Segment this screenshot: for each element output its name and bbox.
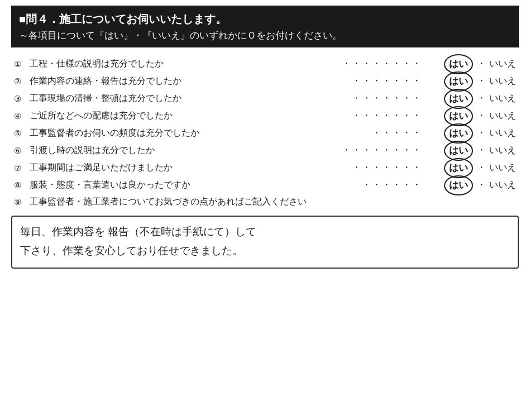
q6-answer: はい ・ いいえ bbox=[427, 144, 516, 157]
q4-separator: ・ bbox=[477, 110, 486, 122]
q6-number: ⑥ bbox=[14, 146, 30, 156]
header-subtitle: ～各項目について『はい』・『いいえ』のいずれかにＯをお付けください。 bbox=[19, 28, 511, 43]
q1-answer: はい ・ いいえ bbox=[427, 58, 516, 70]
q4-answer: はい ・ いいえ bbox=[427, 109, 516, 122]
q5-iie: いいえ bbox=[489, 127, 516, 139]
q4-hai-circle: はい bbox=[443, 109, 474, 122]
q3-iie: いいえ bbox=[489, 93, 516, 104]
q5-answer: はい ・ いいえ bbox=[427, 127, 516, 140]
q5-hai-circle: はい bbox=[443, 127, 474, 140]
q3-separator: ・ bbox=[477, 93, 486, 104]
q8-hai-circle: はい bbox=[443, 179, 474, 192]
header-box: ■問４．施工についてお伺いいたします。 ～各項目について『はい』・『いいえ』のい… bbox=[11, 6, 519, 47]
q6-iie: いいえ bbox=[489, 145, 516, 156]
question-item-2: ② 作業内容の連絡・報告は充分でしたか ・・・・・・・ はい ・ いいえ bbox=[14, 75, 516, 88]
q1-hai-text: はい bbox=[443, 58, 474, 70]
question-item-7: ⑦ 工事期間はご満足いただけましたか ・・・・・・・ はい ・ いいえ bbox=[14, 161, 516, 174]
q1-text: 工程・仕様の説明は充分でしたか bbox=[30, 58, 224, 70]
q7-number: ⑦ bbox=[14, 163, 30, 173]
q1-number: ① bbox=[14, 59, 30, 69]
q2-separator: ・ bbox=[477, 75, 486, 87]
q2-answer: はい ・ いいえ bbox=[427, 75, 516, 88]
q1-hai-circle: はい bbox=[443, 58, 474, 70]
q5-dots: ・・・・・ bbox=[224, 127, 427, 139]
q3-answer: はい ・ いいえ bbox=[427, 92, 516, 105]
q5-number: ⑤ bbox=[14, 128, 30, 139]
question-item-8: ⑧ 服装・態度・言葉遣いは良かったですか ・・・・・・ はい ・ いいえ bbox=[14, 179, 516, 192]
q7-iie: いいえ bbox=[489, 162, 516, 174]
q7-answer: はい ・ いいえ bbox=[427, 161, 516, 174]
q9-number: ⑨ bbox=[14, 197, 30, 207]
q1-separator: ・ bbox=[477, 58, 486, 70]
q8-text: 服装・態度・言葉遣いは良かったですか bbox=[30, 179, 224, 191]
q6-dots: ・・・・・・・・ bbox=[224, 145, 427, 156]
q1-iie: いいえ bbox=[489, 58, 516, 70]
q2-number: ② bbox=[14, 77, 30, 87]
q5-hai-text: はい bbox=[443, 127, 474, 140]
q3-text: 工事現場の清掃・整頓は充分でしたか bbox=[30, 93, 224, 104]
comment-section: 毎日、作業内容を 報告（不在時は手紙にて）して 下さり、作業を安心しており任せで… bbox=[11, 216, 519, 269]
q3-number: ③ bbox=[14, 94, 30, 104]
q7-text: 工事期間はご満足いただけましたか bbox=[30, 162, 224, 174]
q7-hai-text: はい bbox=[443, 161, 474, 174]
questions-list: ① 工程・仕様の説明は充分でしたか ・・・・・・・・ はい ・ いいえ ② 作業… bbox=[11, 58, 519, 208]
question-item-5: ⑤ 工事監督者のお伺いの頻度は充分でしたか ・・・・・ はい ・ いいえ bbox=[14, 127, 516, 140]
question-item-1: ① 工程・仕様の説明は充分でしたか ・・・・・・・・ はい ・ いいえ bbox=[14, 58, 516, 70]
q3-dots: ・・・・・・・ bbox=[224, 93, 427, 104]
question-item-3: ③ 工事現場の清掃・整頓は充分でしたか ・・・・・・・ はい ・ いいえ bbox=[14, 92, 516, 105]
q6-text: 引渡し時の説明は充分でしたか bbox=[30, 145, 224, 156]
q2-iie: いいえ bbox=[489, 75, 516, 87]
q5-text: 工事監督者のお伺いの頻度は充分でしたか bbox=[30, 127, 224, 139]
q2-dots: ・・・・・・・ bbox=[224, 75, 427, 87]
question-item-6: ⑥ 引渡し時の説明は充分でしたか ・・・・・・・・ はい ・ いいえ bbox=[14, 144, 516, 157]
q4-hai-text: はい bbox=[443, 109, 474, 122]
header-title: ■問４．施工についてお伺いいたします。 bbox=[19, 10, 511, 28]
q8-answer: はい ・ いいえ bbox=[427, 179, 516, 192]
q3-hai-text: はい bbox=[443, 92, 474, 105]
q8-separator: ・ bbox=[477, 179, 486, 191]
q1-dots: ・・・・・・・・ bbox=[224, 58, 427, 70]
question-item-4: ④ ご近所などへの配慮は充分でしたか ・・・・・・・ はい ・ いいえ bbox=[14, 109, 516, 122]
q8-dots: ・・・・・・ bbox=[224, 179, 427, 191]
q8-number: ⑧ bbox=[14, 180, 30, 190]
comment-line1: 毎日、作業内容を 報告（不在時は手紙にて）して bbox=[20, 222, 510, 241]
q4-dots: ・・・・・・・ bbox=[224, 110, 427, 122]
comment-line2: 下さり、作業を安心しており任せできました。 bbox=[20, 241, 510, 260]
q8-hai-text: はい bbox=[443, 179, 474, 192]
q4-iie: いいえ bbox=[489, 110, 516, 122]
q7-dots: ・・・・・・・ bbox=[224, 162, 427, 174]
q6-separator: ・ bbox=[477, 145, 486, 156]
comment-box: 毎日、作業内容を 報告（不在時は手紙にて）して 下さり、作業を安心しており任せで… bbox=[11, 216, 519, 269]
q6-hai-circle: はい bbox=[443, 144, 474, 157]
q5-separator: ・ bbox=[477, 127, 486, 139]
q7-hai-circle: はい bbox=[443, 161, 474, 174]
q9-text: 工事監督者・施工業者についてお気づきの点があればご記入ください bbox=[30, 196, 516, 208]
q2-text: 作業内容の連絡・報告は充分でしたか bbox=[30, 75, 224, 87]
q6-hai-text: はい bbox=[443, 144, 474, 157]
question-item-9: ⑨ 工事監督者・施工業者についてお気づきの点があればご記入ください bbox=[14, 196, 516, 208]
q3-hai-circle: はい bbox=[443, 92, 474, 105]
q8-iie: いいえ bbox=[489, 179, 516, 191]
q4-number: ④ bbox=[14, 111, 30, 121]
q2-hai-circle: はい bbox=[443, 75, 474, 88]
q7-separator: ・ bbox=[477, 162, 486, 174]
q4-text: ご近所などへの配慮は充分でしたか bbox=[30, 110, 224, 122]
q2-hai-text: はい bbox=[443, 75, 474, 88]
page-container: ■問４．施工についてお伺いいたします。 ～各項目について『はい』・『いいえ』のい… bbox=[0, 0, 530, 420]
